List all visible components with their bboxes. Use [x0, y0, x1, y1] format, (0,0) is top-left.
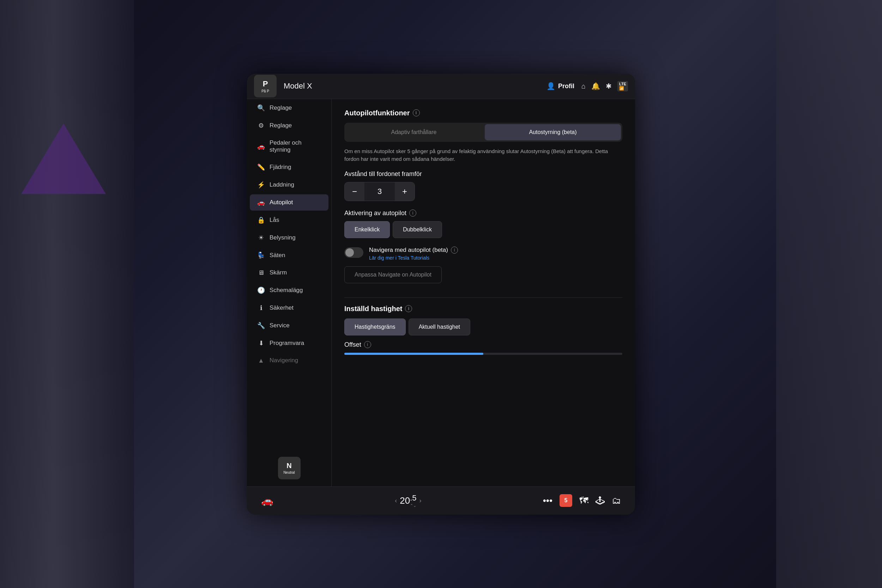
sidebar-item-reglage[interactable]: ⚙ Reglage	[250, 117, 328, 134]
neutral-label: N	[286, 462, 291, 470]
top-right-area: 👤 Profil ⌂ 🔔 ✱ LTE📶	[546, 81, 628, 92]
home-icon[interactable]: ⌂	[581, 82, 586, 90]
sidebar-item-las[interactable]: 🔒 Lås	[250, 212, 328, 228]
las-label: Lås	[270, 217, 279, 224]
customize-nav-autopilot-btn[interactable]: Anpassa Navigate on Autopilot	[344, 266, 442, 283]
parking-button[interactable]: P På P	[254, 75, 277, 98]
parking-label: P	[263, 80, 268, 88]
bottom-bar: 🚗 ‹ 20 .5 ⌃⌄ › ••• 5 🗺 🕹 🗂	[247, 486, 635, 514]
activation-info-icon[interactable]: i	[409, 210, 416, 217]
schemalag-icon: 🕐	[257, 286, 265, 294]
single-click-label: Enkelklick	[355, 226, 380, 232]
autopilot-info-icon[interactable]: i	[413, 110, 420, 116]
nav-autopilot-link[interactable]: Lär dig mer i Tesla Tutorials	[369, 255, 458, 261]
neutral-button[interactable]: N Neutral	[278, 457, 301, 479]
sakerhet-label: Säkerhet	[270, 304, 294, 312]
distance-increase-btn[interactable]: +	[395, 182, 414, 201]
current-speed-btn[interactable]: Aktuell hastighet	[408, 318, 470, 336]
sidebar-item-navigering[interactable]: ▲ Navigering	[250, 353, 328, 369]
saten-icon: 💺	[257, 252, 265, 259]
bluetooth-icon[interactable]: ✱	[606, 82, 612, 90]
search-icon: 🔍	[257, 104, 265, 112]
search-item[interactable]: 🔍 Reglage	[250, 100, 328, 116]
top-bar: P På P Model X 👤 Profil ⌂ 🔔 ✱ LTE📶	[247, 74, 635, 99]
speed-title-text: Inställd hastighet	[344, 305, 402, 313]
neutral-sub-label: Neutral	[283, 471, 295, 474]
nav-autopilot-label: Navigera med autopilot (beta)	[369, 246, 448, 254]
service-icon: 🔧	[257, 322, 265, 330]
search-label: Reglage	[270, 104, 292, 111]
bottom-left: 🚗	[261, 495, 273, 507]
maps-icon[interactable]: 🗺	[579, 495, 588, 506]
autopilot-title-text: Autopilotfunktioner	[344, 109, 410, 117]
sidebar-item-fjadring[interactable]: ✏️ Fjädring	[250, 159, 328, 175]
speed-limit-btn[interactable]: Hastighetsgräns	[344, 318, 406, 336]
distance-value: 3	[364, 187, 395, 196]
model-title: Model X	[284, 81, 546, 91]
single-click-btn[interactable]: Enkelklick	[344, 221, 390, 238]
profile-label: Profil	[558, 82, 574, 90]
temp-sub: .5 ⌃⌄	[410, 494, 416, 508]
autosteer-toggle-btn[interactable]: Autostyrning (beta)	[485, 124, 621, 140]
top-icons: ⌂ 🔔 ✱ LTE📶	[581, 81, 628, 92]
purple-triangle-decoration	[21, 123, 106, 194]
nav-autopilot-info-icon[interactable]: i	[451, 246, 458, 254]
speed-toggle-group: Hastighetsgräns Aktuell hastighet	[344, 318, 622, 336]
double-click-btn[interactable]: Dubbelklick	[393, 221, 442, 238]
fjadring-icon: ✏️	[257, 164, 265, 171]
calendar-icon[interactable]: 5	[560, 494, 572, 507]
autopilot-mode-toggle-group: Adaptiv farthållare Autostyrning (beta)	[344, 123, 622, 142]
sidebar-item-saten[interactable]: 💺 Säten	[250, 247, 328, 264]
bottom-right: ••• 5 🗺 🕹 🗂	[543, 494, 621, 507]
joystick-icon[interactable]: 🕹	[596, 495, 605, 506]
temp-nav-left[interactable]: ‹	[395, 497, 397, 504]
bottom-center: ‹ 20 .5 ⌃⌄ ›	[395, 494, 421, 508]
sidebar-item-skarm[interactable]: 🖥 Skärm	[250, 265, 328, 281]
nav-autopilot-toggle[interactable]	[344, 247, 363, 258]
sidebar-item-pedaler[interactable]: 🚗 Pedaler och styrning	[250, 135, 328, 158]
customize-btn-label: Anpassa Navigate on Autopilot	[355, 272, 432, 278]
sidebar-item-laddning[interactable]: ⚡ Laddning	[250, 177, 328, 193]
autosteer-label: Autostyrning (beta)	[529, 129, 576, 135]
bell-icon[interactable]: 🔔	[591, 82, 600, 90]
navigering-icon: ▲	[257, 357, 265, 364]
temp-decimal: .5	[410, 494, 416, 502]
main-content: Autopilotfunktioner i Adaptiv farthållar…	[332, 99, 635, 486]
speed-info-icon[interactable]: i	[405, 305, 412, 312]
autopilot-label: Autopilot	[270, 199, 293, 206]
sidebar-item-programvara[interactable]: ⬇ Programvara	[250, 335, 328, 351]
speed-section-title: Inställd hastighet i	[344, 305, 622, 313]
sidebar-item-sakerhet[interactable]: ℹ Säkerhet	[250, 300, 328, 316]
offset-info-icon[interactable]: i	[364, 341, 371, 348]
pedaler-icon: 🚗	[257, 142, 265, 150]
sakerhet-icon: ℹ	[257, 304, 265, 312]
belysning-icon: ☀	[257, 234, 265, 242]
adaptive-label: Adaptiv farthållare	[391, 129, 437, 135]
schemalag-label: Schemalägg	[270, 287, 303, 294]
nav-autopilot-knob	[345, 248, 354, 257]
laddning-icon: ⚡	[257, 181, 265, 189]
sidebar: 🔍 Reglage ⚙ Reglage 🚗 Pedaler och styrni…	[247, 99, 332, 486]
distance-decrease-btn[interactable]: −	[345, 182, 364, 201]
sidebar-item-service[interactable]: 🔧 Service	[250, 318, 328, 334]
offset-label-text: Offset	[344, 341, 361, 348]
sidebar-item-schemalag[interactable]: 🕐 Schemalägg	[250, 282, 328, 298]
temp-nav-right[interactable]: ›	[419, 497, 421, 504]
ellipsis-icon[interactable]: •••	[543, 495, 552, 506]
car-icon-bottom: 🚗	[261, 495, 273, 507]
divider	[344, 297, 622, 298]
skarm-label: Skärm	[270, 269, 287, 276]
card-icon[interactable]: 🗂	[612, 495, 621, 506]
offset-bar[interactable]	[344, 353, 622, 355]
adaptive-toggle-btn[interactable]: Adaptiv farthållare	[346, 124, 482, 140]
sidebar-item-belysning[interactable]: ☀ Belysning	[250, 230, 328, 246]
skarm-icon: 🖥	[257, 269, 265, 276]
belysning-label: Belysning	[270, 234, 296, 241]
distance-stepper: − 3 +	[344, 182, 415, 201]
autopilot-section-title: Autopilotfunktioner i	[344, 109, 622, 117]
autopilot-icon: 🚗	[257, 199, 265, 206]
sidebar-item-autopilot[interactable]: 🚗 Autopilot	[250, 194, 328, 211]
lte-badge: LTE📶	[617, 81, 628, 92]
profile-area[interactable]: 👤 Profil	[546, 82, 574, 90]
service-label: Service	[270, 322, 290, 329]
